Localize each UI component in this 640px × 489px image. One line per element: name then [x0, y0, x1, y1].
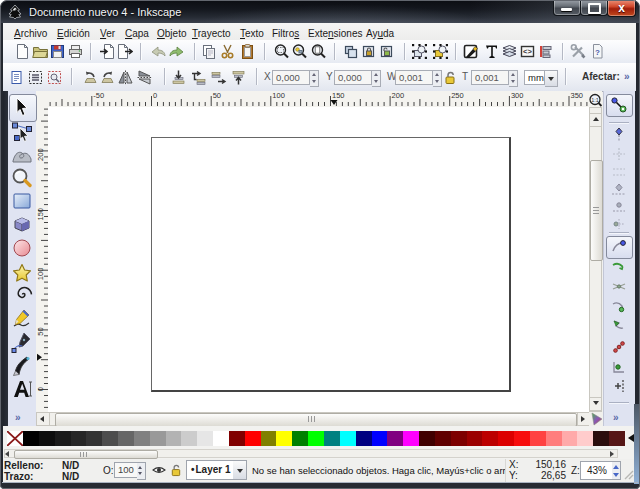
- svg-text:150: 150: [36, 208, 45, 221]
- svg-text:150: 150: [332, 91, 345, 100]
- svg-text:200: 200: [392, 91, 405, 100]
- svg-text:100: 100: [36, 268, 45, 281]
- svg-text:100: 100: [272, 91, 285, 100]
- svg-text:<>: <>: [523, 47, 532, 56]
- svg-text:50: 50: [213, 91, 221, 100]
- svg-text:350: 350: [571, 91, 584, 100]
- svg-text:50: 50: [36, 327, 45, 335]
- svg-text:?: ?: [595, 48, 600, 57]
- svg-text:300: 300: [511, 91, 524, 100]
- svg-text:0: 0: [36, 387, 45, 391]
- svg-text:1:1: 1:1: [591, 97, 599, 103]
- svg-text:200: 200: [36, 148, 45, 161]
- svg-text:-50: -50: [93, 91, 104, 100]
- svg-text:0: 0: [153, 91, 157, 100]
- svg-text:250: 250: [451, 91, 464, 100]
